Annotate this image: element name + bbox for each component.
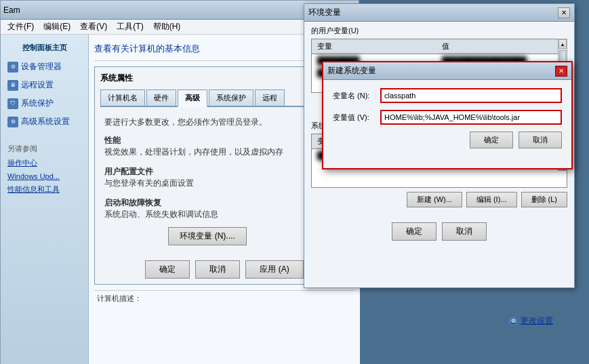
tab-remote[interactable]: 远程 bbox=[255, 89, 285, 106]
menu-help[interactable]: 帮助(H) bbox=[149, 20, 185, 34]
sidebar-item-system-protection[interactable]: 🛡 系统保护 bbox=[3, 95, 85, 112]
user-vars-col-value: 值 bbox=[439, 41, 564, 52]
env-variables-button[interactable]: 环境变量 (N).... bbox=[168, 227, 246, 245]
title-bar-text: Eam bbox=[3, 5, 308, 15]
var-name-row: 变量名 (N): bbox=[333, 88, 562, 103]
sidebar-link-windows-update[interactable]: Windows Upd... bbox=[3, 171, 85, 182]
env-dialog-title-text: 环境变量 bbox=[308, 7, 558, 18]
sys-delete-button[interactable]: 删除 (L) bbox=[521, 192, 568, 207]
sysprops-apply-button[interactable]: 应用 (A) bbox=[245, 260, 303, 279]
sysprops-cancel-button[interactable]: 取消 bbox=[195, 260, 240, 279]
tab-system-protection[interactable]: 系统保护 bbox=[209, 89, 253, 106]
user-var-label: 的用户变量(U) bbox=[311, 26, 567, 36]
sys-new-button[interactable]: 新建 (W)... bbox=[407, 192, 462, 207]
change-settings-text: 更改设置 bbox=[521, 315, 553, 327]
env-cancel-button[interactable]: 取消 bbox=[442, 222, 487, 241]
sidebar-item-device-manager[interactable]: ⚙ 设备管理器 bbox=[3, 58, 85, 75]
scroll-up-arrow[interactable]: ▲ bbox=[558, 39, 567, 49]
user-vars-header: 变量 值 bbox=[312, 39, 567, 54]
env-dialog-bottom-buttons: 确定 取消 bbox=[304, 218, 574, 245]
var-value-row: 变量值 (V): bbox=[333, 110, 562, 125]
tab-hardware[interactable]: 硬件 bbox=[146, 89, 176, 106]
computer-desc: 计算机描述： bbox=[94, 290, 354, 306]
new-var-content: 变量名 (N): 变量值 (V): 确定 取消 bbox=[323, 80, 571, 157]
sidebar-item-remote-label: 远程设置 bbox=[21, 79, 54, 91]
new-var-title-bar: 新建系统变量 ✕ bbox=[323, 62, 571, 80]
new-var-ok-button[interactable]: 确定 bbox=[470, 132, 513, 148]
sys-vars-action-buttons: 新建 (W)... 编辑 (I)... 删除 (L) bbox=[311, 192, 567, 207]
menu-tools[interactable]: 工具(T) bbox=[113, 20, 147, 34]
sysprops-ok-button[interactable]: 确定 bbox=[145, 260, 190, 279]
change-settings-icon: ⚙ bbox=[508, 317, 518, 326]
new-var-dialog: 新建系统变量 ✕ 变量名 (N): 变量值 (V): 确定 取消 bbox=[322, 61, 573, 169]
menu-view[interactable]: 查看(V) bbox=[76, 20, 111, 34]
change-settings-link[interactable]: ⚙ 更改设置 bbox=[508, 312, 582, 330]
var-value-input[interactable] bbox=[380, 110, 562, 125]
user-vars-col-name: 变量 bbox=[314, 41, 439, 52]
remote-icon: 🖥 bbox=[7, 80, 18, 91]
device-manager-icon: ⚙ bbox=[7, 62, 18, 73]
menu-file[interactable]: 文件(F) bbox=[3, 20, 38, 34]
advanced-icon: ⚙ bbox=[7, 117, 18, 127]
new-var-title-text: 新建系统变量 bbox=[327, 65, 555, 77]
new-var-close-button[interactable]: ✕ bbox=[555, 66, 567, 77]
new-var-cancel-button[interactable]: 取消 bbox=[519, 132, 562, 148]
env-ok-button[interactable]: 确定 bbox=[392, 222, 436, 241]
var-name-label: 变量名 (N): bbox=[333, 91, 380, 101]
sidebar: 控制面板主页 ⚙ 设备管理器 🖥 远程设置 🛡 系统保护 ⚙ 高级系统设置 另请… bbox=[1, 35, 89, 364]
tab-advanced[interactable]: 高级 bbox=[178, 89, 207, 107]
sidebar-item-system-protection-label: 系统保护 bbox=[21, 98, 54, 109]
sidebar-item-advanced-label: 高级系统设置 bbox=[21, 116, 70, 127]
var-value-label: 变量值 (V): bbox=[333, 113, 380, 123]
sidebar-item-device-manager-label: 设备管理器 bbox=[21, 61, 62, 73]
new-var-buttons: 确定 取消 bbox=[333, 132, 562, 148]
sidebar-title: 控制面板主页 bbox=[3, 40, 85, 58]
sidebar-item-advanced[interactable]: ⚙ 高级系统设置 bbox=[3, 113, 85, 130]
var-name-input[interactable] bbox=[380, 88, 562, 103]
sidebar-section-label: 另请参阅 bbox=[3, 141, 85, 157]
system-protection-icon: 🛡 bbox=[7, 98, 18, 109]
sidebar-item-remote[interactable]: 🖥 远程设置 bbox=[3, 77, 85, 94]
sidebar-link-performance[interactable]: 性能信息和工具 bbox=[3, 183, 85, 196]
sidebar-link-action-center[interactable]: 操作中心 bbox=[3, 157, 85, 169]
tab-computer-name[interactable]: 计算机名 bbox=[100, 89, 145, 106]
menu-edit[interactable]: 编辑(E) bbox=[39, 20, 75, 34]
env-dialog-close-button[interactable]: ✕ bbox=[558, 7, 570, 18]
env-dialog-title-bar: 环境变量 ✕ bbox=[304, 4, 574, 22]
sys-edit-button[interactable]: 编辑 (I)... bbox=[466, 192, 517, 207]
